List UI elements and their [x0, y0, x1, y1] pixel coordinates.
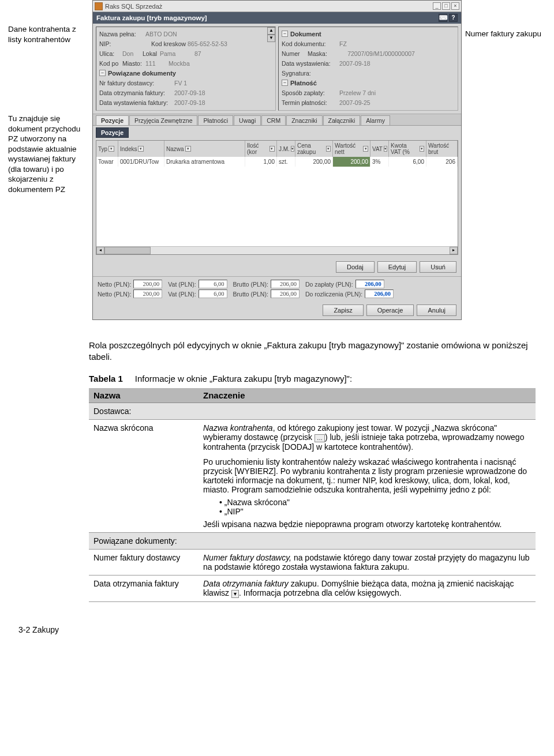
val-data-otrzymania[interactable]: 2007-09-18 [174, 89, 205, 96]
cell-wartosc-brutto: 206 [426, 157, 458, 167]
annotation-right-column: Numer faktury zakupu [465, 0, 546, 320]
dropdown-icon[interactable]: ▾ [108, 146, 114, 152]
app-title: Raks SQL Sprzedaż [105, 3, 162, 10]
dropdown-icon[interactable]: ▾ [185, 146, 191, 152]
edytuj-button[interactable]: Edytuj [377, 261, 417, 273]
col-nazwa[interactable]: Nazwa [166, 146, 184, 152]
lbl-brutto: Brutto (PLN): [233, 281, 268, 288]
col-ilosc[interactable]: Ilość (kor [247, 142, 268, 155]
caption-text: Informacje w oknie „Faktura zakupu [tryb… [135, 374, 352, 383]
row-numer-faktury-dostawcy-desc: Numer faktury dostawcy, na podstawie któ… [199, 549, 536, 575]
cell-typ: Towar [96, 157, 118, 167]
col-jm[interactable]: J.M. [279, 146, 290, 152]
maximize-button[interactable]: □ [442, 2, 450, 10]
val-numer: 7 [334, 50, 351, 57]
lbl-data-wystawienia: Data wystawienia: [282, 60, 339, 67]
scrollbar-thumb[interactable] [104, 247, 151, 254]
totals-panel: Netto (PLN):200,00 Vat (PLN):6,00 Brutto… [93, 276, 461, 301]
col-wartosc-brutto[interactable]: Wartość brut [428, 142, 455, 155]
lbl-kod-kreskowy: Kod kreskow [151, 40, 186, 47]
horizontal-scrollbar[interactable]: ◂ ▸ [96, 246, 458, 254]
scroll-down-icon[interactable]: ▼ [267, 35, 275, 42]
col-wartosc-netto[interactable]: Wartość nett [335, 142, 362, 155]
th-znaczenie: Znaczenie [199, 388, 536, 403]
operacje-button[interactable]: Operacje [366, 304, 414, 316]
collapse-platnosc-button[interactable]: − [282, 80, 288, 86]
scroll-left-icon[interactable]: ◂ [96, 247, 104, 254]
dropdown-icon[interactable]: ▾ [363, 146, 368, 152]
zapisz-button[interactable]: Zapisz [323, 304, 363, 316]
grid-row[interactable]: Towar 0001/DRU/Tow Drukarka atramentowa … [96, 157, 458, 167]
val-ulica: Don [122, 50, 143, 57]
lbl-nr-faktury-dostawcy: Nr faktury dostawcy: [99, 80, 174, 86]
col-typ[interactable]: Typ [98, 146, 107, 152]
val-nr-faktury-dostawcy[interactable]: FV 1 [174, 80, 187, 86]
panel-dokument: −Dokument Kod dokumentu:FZ NumerMaska:72… [278, 27, 458, 111]
val-netto: 200,00 [133, 280, 162, 288]
close-window-button[interactable]: × [451, 2, 459, 10]
tab-znaczniki[interactable]: Znaczniki [286, 115, 322, 125]
minimize-button[interactable]: _ [433, 2, 441, 10]
usun-button[interactable]: Usuń [420, 261, 456, 273]
dropdown-icon[interactable]: ▾ [326, 146, 331, 152]
lbl-vat-2: Vat (PLN): [168, 291, 196, 298]
keyboard-icon[interactable]: ⌨ [439, 14, 447, 22]
collapse-powiazane-button[interactable]: − [99, 70, 106, 76]
lbl-nip: NIP: [99, 40, 122, 47]
cell-kwota-vat: 6,00 [389, 157, 426, 167]
tab-alarmy[interactable]: Alarmy [361, 115, 390, 125]
scroll-up-icon[interactable]: ▲ [267, 27, 275, 35]
lbl-kod-dokumentu: Kod dokumentu: [282, 40, 339, 47]
dropdown-icon[interactable]: ▾ [269, 146, 275, 152]
val-nazwa-pelna: ABTO DON [145, 31, 177, 37]
lbl-lokal: Lokal [143, 50, 160, 57]
col-vat[interactable]: VAT [372, 146, 383, 152]
tab-zalaczniki[interactable]: Załączniki [323, 115, 361, 125]
subtab-pozycje[interactable]: Pozycje [96, 127, 129, 138]
tabstrip: Pozycje Przyjęcia Zewnętrzne Płatności U… [93, 114, 461, 126]
dropdown-icon[interactable]: ▾ [138, 146, 144, 152]
tab-przyjecia-zewnetrzne[interactable]: Przyjęcia Zewnętrzne [129, 115, 197, 125]
col-indeks[interactable]: Indeks [120, 146, 137, 152]
tab-platnosci[interactable]: Płatności [198, 115, 233, 125]
row-data-otrzymania-desc: Data otrzymania faktury zakupu. Domyślni… [199, 575, 536, 601]
scroll-right-icon[interactable]: ▸ [450, 247, 458, 254]
tab-pozycje[interactable]: Pozycje [96, 115, 129, 125]
lbl-brutto-2: Brutto (PLN): [233, 291, 268, 298]
lbl-numer: Numer [282, 50, 308, 57]
paragraph-intro: Rola poszczególnych pól edycyjnych w okn… [8, 340, 546, 363]
annotation-left-column: Dane kontrahenta z listy kontrahentów Tu… [8, 0, 89, 320]
val-lokal-no: 87 [194, 50, 201, 57]
annotation-kontrahent: Dane kontrahenta z listy kontrahentów [8, 24, 89, 44]
help-icon[interactable]: ? [449, 14, 458, 22]
val-sposob-zaplaty[interactable]: Przelew 7 dni [339, 89, 376, 96]
dropdown-icon[interactable]: ▾ [384, 146, 387, 152]
val-vat: 6,00 [199, 280, 227, 288]
tab-uwagi[interactable]: Uwagi [234, 115, 261, 125]
val-data-wystawienia-faktury[interactable]: 2007-09-18 [174, 99, 205, 106]
val-termin-platnosci[interactable]: 2007-09-25 [339, 99, 370, 106]
val-miasto: Mockba [169, 60, 190, 67]
dropdown-icon[interactable]: ▾ [420, 146, 424, 152]
lbl-sposob-zaplaty: Sposób zapłaty: [282, 89, 339, 96]
collapse-dokument-button[interactable]: − [282, 31, 288, 37]
annotation-dokument-pz: Tu znajduje się dokument przychodu PZ ut… [8, 114, 89, 194]
tab-crm[interactable]: CRM [261, 115, 286, 125]
col-cena-zakupu[interactable]: Cena zakupu [297, 142, 325, 155]
app-titlebar: Raks SQL Sprzedaż _ □ × [93, 1, 461, 12]
anuluj-button[interactable]: Anuluj [417, 304, 456, 316]
dodaj-button[interactable]: Dodaj [336, 261, 375, 273]
page-footer: 3-2 Zakupy [8, 602, 546, 634]
lbl-do-rozliczenia: Do rozliczenia (PLN): [305, 291, 362, 298]
col-kwota-vat[interactable]: Kwota VAT (% [391, 142, 418, 155]
figure-area: Dane kontrahenta z listy kontrahentów Tu… [8, 0, 546, 320]
lbl-nazwa-pelna: Nazwa pełna: [99, 31, 145, 37]
caption-label: Tabela 1 [89, 374, 123, 383]
val-do-zaplaty: 206,00 [355, 280, 384, 288]
val-maska: 2007/09/M1/000000007 [351, 50, 415, 57]
dropdown-icon[interactable]: ▾ [291, 146, 294, 152]
table-caption: Tabela 1 Informacje w oknie „Faktura zak… [8, 374, 546, 383]
val-kod-pocztowy: 111 [145, 60, 169, 67]
dropdown-button-icon: ▾ [231, 590, 239, 598]
val-data-wystawienia[interactable]: 2007-09-18 [339, 60, 370, 67]
